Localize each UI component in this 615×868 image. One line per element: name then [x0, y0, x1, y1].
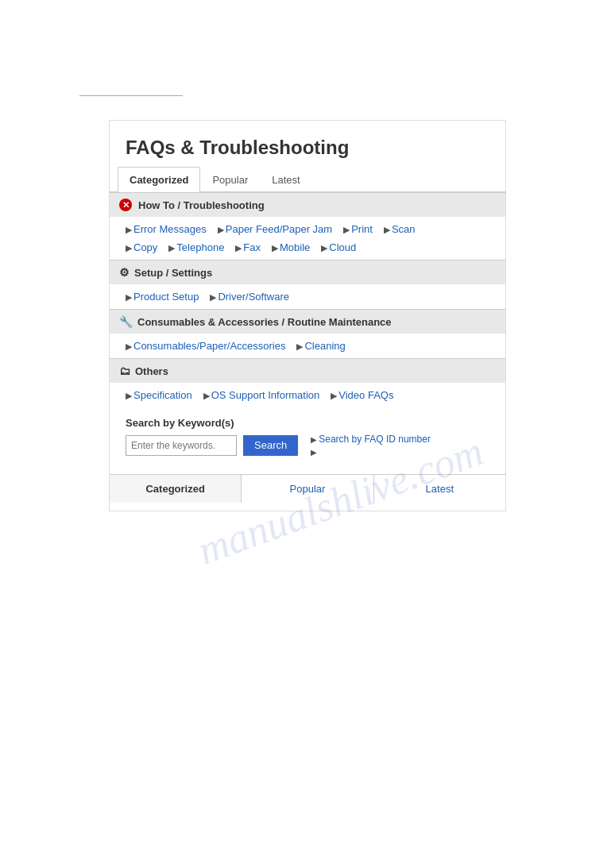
section-label-setup: Setup / Settings [134, 267, 212, 279]
search-button[interactable]: Search [243, 435, 298, 456]
link-telephone[interactable]: ▶Telephone [168, 241, 224, 253]
page-wrapper: manualshlive.com FAQs & Troubleshooting … [0, 0, 615, 868]
link-fax[interactable]: ▶Fax [235, 241, 261, 253]
link-cloud[interactable]: ▶Cloud [321, 241, 356, 253]
bottom-tab-bar: Categorized Popular Latest [110, 474, 505, 503]
wrench-icon: 🔧 [119, 315, 133, 328]
link-cleaning[interactable]: ▶Cleaning [296, 340, 345, 352]
link-video-faqs[interactable]: ▶Video FAQs [331, 389, 393, 401]
small-arrow-icon: ▶ [311, 448, 317, 457]
search-row: Search ▶Search by FAQ ID number ▶ [126, 434, 489, 457]
section-header-others: 🗂 Others [110, 358, 505, 383]
section-links-howto-row2: ▶Copy ▶Telephone ▶Fax ▶Mobile ▶Cloud [110, 241, 505, 260]
link-driver-software[interactable]: ▶Driver/Software [210, 291, 289, 303]
gear-icon: ⚙ [119, 266, 130, 279]
page-title: FAQs & Troubleshooting [110, 121, 505, 167]
link-specification[interactable]: ▶Specification [126, 389, 192, 401]
tab-popular[interactable]: Popular [200, 167, 260, 192]
link-copy[interactable]: ▶Copy [126, 241, 157, 253]
bottom-tab-popular[interactable]: Popular [242, 475, 373, 503]
section-label-howto: How To / Troubleshooting [138, 199, 265, 211]
section-header-howto: ✕ How To / Troubleshooting [110, 192, 505, 217]
link-print[interactable]: ▶Print [343, 223, 373, 235]
section-links-consumables: ▶Consumables/Paper/Accessories ▶Cleaning [110, 334, 505, 358]
link-paper-feed[interactable]: ▶Paper Feed/Paper Jam [218, 223, 332, 235]
section-header-consumables: 🔧 Consumables & Accessories / Routine Ma… [110, 309, 505, 334]
search-links: ▶Search by FAQ ID number ▶ [311, 434, 431, 457]
tab-categorized[interactable]: Categorized [118, 167, 200, 192]
section-links-setup: ▶Product Setup ▶Driver/Software [110, 284, 505, 309]
section-label-consumables: Consumables & Accessories / Routine Main… [137, 316, 392, 328]
x-icon: ✕ [119, 199, 132, 211]
briefcase-icon: 🗂 [119, 365, 130, 377]
link-error-messages[interactable]: ▶Error Messages [126, 223, 207, 235]
search-input[interactable] [126, 435, 237, 456]
bottom-tab-categorized[interactable]: Categorized [110, 475, 242, 503]
faq-container: FAQs & Troubleshooting Categorized Popul… [109, 120, 506, 511]
top-line [79, 95, 183, 96]
tab-latest[interactable]: Latest [260, 167, 311, 192]
link-os-support[interactable]: ▶OS Support Information [203, 389, 320, 401]
search-label: Search by Keyword(s) [126, 417, 489, 429]
bottom-tab-latest[interactable]: Latest [374, 475, 505, 503]
tab-bar: Categorized Popular Latest [110, 167, 505, 192]
faq-id-link[interactable]: ▶Search by FAQ ID number [311, 434, 431, 445]
link-consumables-paper[interactable]: ▶Consumables/Paper/Accessories [126, 340, 285, 352]
search-section: Search by Keyword(s) Search ▶Search by F… [110, 407, 505, 466]
link-mobile[interactable]: ▶Mobile [272, 241, 310, 253]
link-product-setup[interactable]: ▶Product Setup [126, 291, 199, 303]
section-links-howto: ▶Error Messages ▶Paper Feed/Paper Jam ▶P… [110, 217, 505, 241]
section-header-setup: ⚙ Setup / Settings [110, 260, 505, 284]
section-links-others: ▶Specification ▶OS Support Information ▶… [110, 383, 505, 407]
link-scan[interactable]: ▶Scan [384, 223, 416, 235]
section-label-others: Others [135, 365, 168, 377]
